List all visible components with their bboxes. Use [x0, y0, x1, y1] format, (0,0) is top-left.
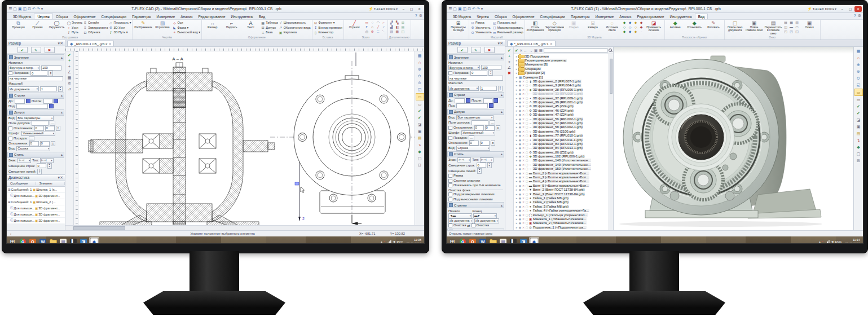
checkbox-Рамка[interactable]: Рамка [448, 174, 463, 178]
ribbon-button-Установить[interactable]: ◆Установить [685, 20, 704, 29]
tree-menu-icon[interactable]: ☰ [539, 49, 542, 52]
ribbon-tool-icon[interactable]: ∕ [381, 25, 386, 29]
print-icon[interactable]: ⊡ [468, 7, 471, 11]
tree-item[interactable]: ▸◉✕▢—3D фрагмент_84 (RPL013-1.grb) [515, 146, 613, 150]
ribbon-button-Новое главное окно[interactable]: ▣Новое главное окно [745, 20, 764, 32]
ribbon-tool-icon[interactable]: ▭ [364, 21, 369, 25]
edit-button[interactable]: ✎ [471, 47, 481, 53]
word-icon[interactable]: W [478, 238, 487, 244]
input-field[interactable] [15, 99, 25, 104]
back-icon[interactable]: ← [524, 49, 528, 52]
target-icon[interactable]: ⌖ [68, 64, 71, 68]
ribbon-button-3D Узел[interactable]: ⊕3D Узел [108, 25, 131, 30]
measure2-icon[interactable]: ▭ [855, 96, 862, 103]
col-element[interactable]: Элемент [36, 182, 65, 185]
tflex-docs-link[interactable]: ⚡T-FLEX DOCs▾ [807, 7, 836, 11]
options-icon[interactable]: ⚙ [419, 14, 422, 17]
spinner[interactable]: ▲▼ [58, 86, 63, 92]
field-button[interactable]: ... [490, 120, 495, 125]
tray-expand-icon[interactable]: ▴ [381, 240, 382, 243]
apply-button[interactable]: ✔ [457, 47, 468, 53]
spinner[interactable]: ▲▼ [477, 168, 482, 174]
menu-icon[interactable]: ☰ [8, 7, 12, 11]
clock[interactable]: 11:1425.11.2015 [843, 238, 862, 244]
ribbon-button-Перспективная проекция[interactable]: ◇Перспективная проекция [545, 20, 564, 32]
language-indicator[interactable]: РУС [396, 240, 403, 244]
redo-icon[interactable]: ↷ [477, 7, 480, 11]
checkbox-Стрелки снаружи[interactable]: Стрелки снаружи [448, 179, 480, 183]
tray-app-icon[interactable]: ▪ [822, 240, 823, 243]
tree-item[interactable]: ▸◉✕▢Λ3D фрагмент_39 (RPL001-1.grb) [515, 100, 613, 104]
triangle-icon[interactable]: ⊿ [68, 87, 71, 91]
dropdown[interactable]: Из документа▾ [448, 86, 479, 91]
tree-item[interactable]: ▸◉✕▢▼Винт_2 (Винт ГОСТ 11738-84.grb) [515, 188, 613, 192]
apply-icon[interactable]: ✔ [68, 53, 71, 57]
checkbox-Под размерными линиями[interactable]: Под размерными линиями [448, 192, 495, 196]
tree-item[interactable]: ▸◉✕▢●Гайка_4 (<Гайки уменьшенные>Га... [515, 208, 613, 212]
tree-item[interactable]: ▸Проекции [2] [515, 71, 613, 75]
horizontal-scrollbar[interactable] [65, 225, 424, 230]
dropdown[interactable]: ◄▬▾ [448, 213, 472, 218]
explorer-icon[interactable] [488, 238, 497, 244]
input-field[interactable] [43, 99, 52, 104]
field-button[interactable]: ± [496, 125, 501, 130]
grid-icon[interactable]: ▦ [416, 52, 424, 59]
tab-Чертеж[interactable]: Чертеж [34, 14, 53, 19]
tree-item[interactable]: ▸◉✕▢▪3D фрагмент_82 (RPL011-1.grb) [515, 138, 613, 142]
spinner[interactable]: ▲▼ [498, 86, 503, 91]
tflex-docs-link[interactable]: ⚡T-FLEX DOCs▾ [368, 7, 398, 11]
tree-item[interactable]: ▸◉✕▢▬Болт_2 (<Болты нормальные>Бол... [515, 171, 613, 175]
tree-item[interactable]: ▸◉✕▢●Гайка_1 (Гайка М8.grb) [515, 196, 613, 200]
ribbon-tool-icon[interactable]: ▞ [389, 21, 394, 25]
ribbon-tool-icon[interactable]: ╱ [376, 25, 381, 29]
ribbon-button-Фаска ▾[interactable]: ◣Фаска ▾ [172, 25, 200, 30]
cancel-button[interactable]: ✖ [45, 47, 55, 53]
ribbon-tool-icon[interactable]: ◫ [783, 25, 788, 29]
lock-icon[interactable]: ▣ [534, 49, 538, 52]
viewport-3d[interactable] [614, 47, 853, 230]
tree-item[interactable]: ▸◉✕▢⚙3D фрагмент_46 (Z24.grb) [515, 108, 613, 112]
close-panel-icon[interactable]: ✕ [60, 175, 63, 179]
apply-button[interactable]: ✔ [17, 47, 28, 53]
input-field[interactable] [483, 98, 492, 103]
tree-item[interactable]: ▸◉✕▢▣Манжета_1 (<Манжеты>Резинов... [515, 217, 613, 221]
ribbon-tool-icon[interactable]: ◇ [628, 25, 633, 29]
tree-item[interactable]: ▸◉✕▢◆3D фрагмент_102 (RPL006-1.grb) [515, 154, 613, 158]
input-field[interactable]: 1 [40, 86, 57, 91]
ribbon-button-Штриховка[interactable]: ▨Штриховка [153, 20, 171, 29]
field-button[interactable]: ± [491, 141, 496, 146]
mobile-app-icon[interactable]: ▍ [509, 238, 518, 244]
grid-small-icon[interactable]: ▦ [68, 76, 72, 80]
ribbon-tool-icon[interactable]: ◳ [789, 30, 794, 34]
tree-item[interactable]: ▸Материалы [3] [515, 63, 613, 67]
tab-3D Модель[interactable]: 3D Модель [10, 14, 34, 19]
apply-icon[interactable]: ✔ [508, 49, 511, 52]
redirect-icon[interactable]: ↴ [855, 137, 862, 143]
input-field[interactable]: 0 [45, 126, 55, 131]
spinner[interactable]: ▲▼ [49, 71, 53, 76]
ribbon-button-Стиль отображения[interactable]: ◧Стиль отображения [526, 20, 545, 32]
maximize-button[interactable]: ▢ [847, 6, 854, 12]
collapse-icon[interactable]: ⊟ [855, 157, 862, 164]
tree-item[interactable]: ▸◉✕▢○3D фрагмент_76 (2100.grb) [515, 129, 613, 133]
undo-icon[interactable]: ↶ [472, 7, 475, 11]
ribbon-tool-icon[interactable]: ◎ [364, 30, 369, 34]
folder-pages-icon[interactable]: ▤ [855, 130, 862, 137]
field-button[interactable]: ± [56, 126, 61, 131]
tab-Измерение[interactable]: Измерение [593, 14, 617, 19]
zoom-window-icon[interactable]: ⊙ [416, 80, 424, 86]
dropdown[interactable]: Из документа▾ [8, 86, 39, 91]
panel-section-Значение[interactable]: Значение▴ [7, 54, 64, 60]
tree-item[interactable]: ▸◉✕▢▮3D фрагмент_77 (RPL010-1.grb) [515, 133, 613, 137]
dropdown[interactable]: Из документа▾ [474, 218, 499, 223]
checkbox-Показывать при 0-м номинале[interactable]: Показывать при 0-м номинале [448, 183, 500, 187]
grid-icon[interactable]: ▦ [855, 48, 862, 54]
checkbox-Поправка:[interactable]: Поправка: [8, 71, 29, 75]
spline-icon[interactable]: ≋ [68, 81, 71, 85]
spinner[interactable]: ▲▼ [47, 163, 52, 169]
cancel-icon[interactable]: ✖ [508, 71, 511, 75]
dropdown[interactable]: Вручную с попр.▾ [8, 65, 40, 71]
open-icon[interactable]: ▣ [458, 7, 462, 11]
network-icon[interactable] [387, 240, 391, 244]
panel-section-Стрелки[interactable]: Стрелки▴ [447, 202, 504, 208]
